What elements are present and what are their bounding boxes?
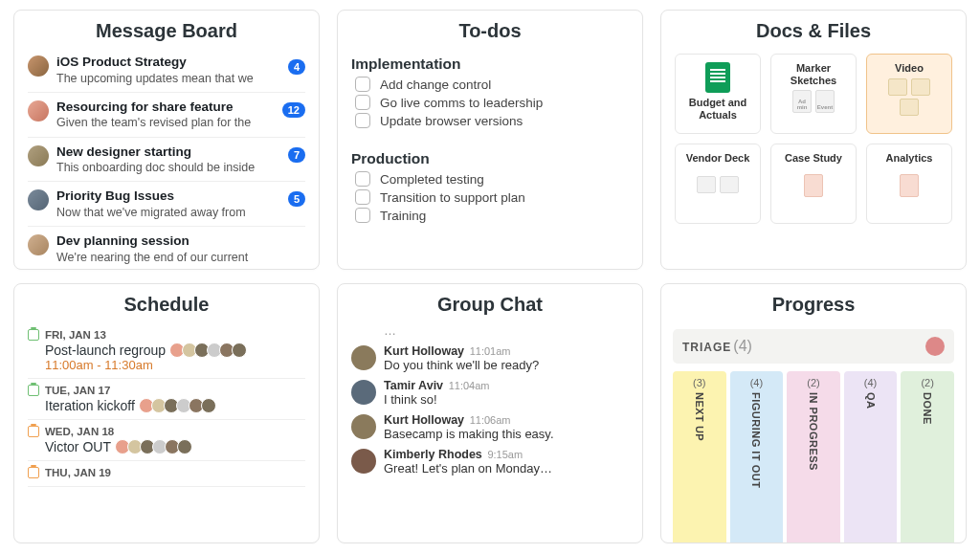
calendar-icon <box>28 329 39 341</box>
message-board-title: Message Board <box>14 11 319 50</box>
avatar <box>28 234 49 255</box>
doc-item[interactable]: Budget and Actuals <box>675 54 761 134</box>
doc-item[interactable]: Video <box>866 54 952 134</box>
schedule-card[interactable]: Schedule FRI, JAN 13 Post-launch regroup… <box>13 283 320 543</box>
avatar <box>28 145 49 166</box>
lane-count: (3) <box>693 377 705 388</box>
todo-label: Add change control <box>380 77 491 92</box>
checkbox-icon[interactable] <box>355 189 370 205</box>
schedule-item[interactable]: THU, JAN 19 <box>28 461 305 487</box>
triage-avatar[interactable] <box>925 337 945 356</box>
lane-name: FIGURING IT OUT <box>750 392 762 488</box>
chat-text: Great! Let's plan on Monday… <box>384 461 552 476</box>
message-title: iOS Product Strategy <box>56 54 305 71</box>
todo-item[interactable]: Add change control <box>351 77 629 92</box>
todo-item[interactable]: Training <box>351 208 629 223</box>
checkbox-icon[interactable] <box>355 208 370 223</box>
chat-card[interactable]: Group Chat … Kurt Holloway 11:01am Do yo… <box>337 283 643 543</box>
doc-item[interactable]: Case Study <box>770 144 857 224</box>
schedule-event: Victor OUT <box>45 439 305 454</box>
thumbnail-icon <box>804 174 823 197</box>
todo-section-heading: Production <box>351 150 629 167</box>
avatar <box>28 55 49 77</box>
message-item[interactable]: iOS Product Strategy The upcoming update… <box>28 50 305 93</box>
message-count-badge: 4 <box>288 59 305 75</box>
progress-lane[interactable]: (3) NEXT UP <box>673 371 726 543</box>
chat-ellipsis: … <box>384 323 629 338</box>
todos-card[interactable]: To-dos Implementation Add change control… <box>337 10 643 270</box>
todo-item[interactable]: Update browser versions <box>351 113 629 128</box>
todos-title: To-dos <box>338 11 642 50</box>
triage-bar[interactable]: TRIAGE(4) <box>673 329 954 364</box>
todo-section-heading: Implementation <box>351 55 629 73</box>
message-sub: We're nearing the end of our current <box>56 250 305 265</box>
progress-lane[interactable]: (4) QA <box>844 371 898 543</box>
doc-item[interactable]: Marker SketchesAd minEvent <box>770 54 857 134</box>
todo-label: Go live comms to leadership <box>380 96 543 110</box>
lane-count: (4) <box>864 377 877 388</box>
message-item[interactable]: Resourcing for share feature Given the t… <box>28 93 305 138</box>
checkbox-icon[interactable] <box>355 171 370 187</box>
doc-item[interactable]: Vendor Deck <box>675 144 761 224</box>
progress-title: Progress <box>661 284 966 323</box>
avatar <box>351 449 376 474</box>
message-sub: This onboarding doc should be inside <box>56 160 305 175</box>
doc-item[interactable]: Analytics <box>866 144 952 224</box>
avatar <box>28 189 49 210</box>
chat-time: 11:01am <box>470 345 511 357</box>
todo-item[interactable]: Completed testing <box>351 171 629 187</box>
doc-title: Analytics <box>886 152 933 165</box>
message-item[interactable]: Priority Bug Issues Now that we've migra… <box>28 182 305 227</box>
chat-name: Kurt Holloway <box>384 344 464 358</box>
todo-label: Update browser versions <box>380 114 523 128</box>
docs-card[interactable]: Docs & Files Budget and ActualsMarker Sk… <box>660 10 967 270</box>
chat-time: 11:06am <box>470 414 511 426</box>
calendar-icon <box>28 426 39 437</box>
schedule-item[interactable]: FRI, JAN 13 Post-launch regroup 11:00am … <box>28 323 305 379</box>
progress-card[interactable]: Progress TRIAGE(4) (3) NEXT UP(4) FIGURI… <box>660 283 967 543</box>
progress-lane[interactable]: (2) DONE <box>901 371 954 543</box>
todo-label: Transition to support plan <box>380 190 525 205</box>
message-title: Dev planning session <box>56 232 305 250</box>
schedule-item[interactable]: WED, JAN 18 Victor OUT <box>28 420 305 461</box>
message-item[interactable]: New designer starting This onboarding do… <box>28 138 305 183</box>
doc-title: Video <box>895 62 924 75</box>
todo-item[interactable]: Transition to support plan <box>351 189 629 205</box>
chat-text: I think so! <box>384 392 490 407</box>
attendee-avatars <box>173 343 247 358</box>
checkbox-icon[interactable] <box>355 95 370 110</box>
chat-name: Tamir Aviv <box>384 379 443 392</box>
chat-text: Do you think we'll be ready? <box>384 358 539 372</box>
checkbox-icon[interactable] <box>355 113 370 128</box>
schedule-date: TUE, JAN 17 <box>28 385 305 396</box>
triage-label: TRIAGE <box>682 341 731 354</box>
chat-name: Kurt Holloway <box>384 413 464 427</box>
message-item[interactable]: Dev planning session We're nearing the e… <box>28 227 305 269</box>
schedule-event: Iteration kickoff <box>45 398 305 413</box>
chat-message[interactable]: Kimberly Rhodes 9:15am Great! Let's plan… <box>351 447 629 476</box>
message-sub: Now that we've migrated away from <box>56 205 305 220</box>
progress-lane[interactable]: (4) FIGURING IT OUT <box>730 371 784 543</box>
triage-count: (4) <box>733 338 752 354</box>
schedule-item[interactable]: TUE, JAN 17 Iteration kickoff <box>28 379 305 420</box>
schedule-time: 11:00am - 11:30am <box>45 358 305 372</box>
chat-title: Group Chat <box>338 284 642 323</box>
thumbnail-icon <box>911 78 930 96</box>
doc-title: Vendor Deck <box>686 152 750 165</box>
message-board-card[interactable]: Message Board iOS Product Strategy The u… <box>13 10 320 270</box>
progress-lane[interactable]: (2) IN PROGRESS <box>787 371 840 543</box>
chat-message[interactable]: Kurt Holloway 11:01am Do you think we'll… <box>351 343 629 372</box>
lane-count: (2) <box>921 377 933 388</box>
lane-name: IN PROGRESS <box>808 392 819 471</box>
chat-message[interactable]: Tamir Aviv 11:04am I think so! <box>351 378 629 407</box>
lane-name: DONE <box>922 392 933 425</box>
checkbox-icon[interactable] <box>355 77 370 92</box>
thumbnail-icon: Ad min <box>792 90 812 113</box>
todo-item[interactable]: Go live comms to leadership <box>351 95 629 110</box>
avatar <box>28 100 49 122</box>
chat-message[interactable]: Kurt Holloway 11:06am Basecamp is making… <box>351 412 629 441</box>
calendar-icon <box>28 385 39 396</box>
schedule-date: THU, JAN 19 <box>28 467 305 478</box>
doc-title: Budget and Actuals <box>681 97 754 121</box>
thumbnail-icon <box>720 176 739 193</box>
